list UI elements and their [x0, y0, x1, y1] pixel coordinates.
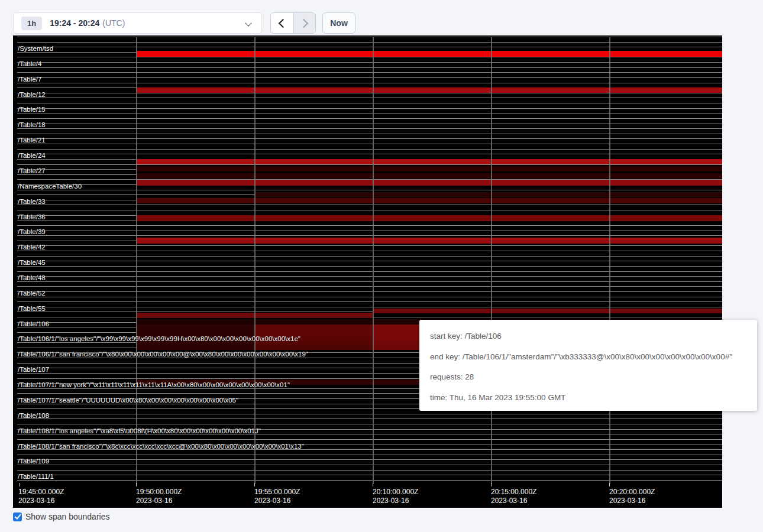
grid-line-vertical [373, 37, 374, 484]
span-key-label: /Table/107/1/"new york"/"\x11\x11\x11\x1… [18, 381, 290, 388]
span-key-label: /Table/45 [18, 259, 46, 266]
cell-tooltip: start key: /Table/106end key: /Table/106… [419, 320, 757, 411]
span-key-label: /Table/106/1/"los angeles"/"\x99\x99\x99… [18, 335, 300, 342]
span-key-label: /Table/109 [18, 458, 49, 465]
time-nav-group [270, 12, 316, 34]
checkmark-icon [14, 512, 21, 520]
span-key-label: /Table/15 [18, 106, 46, 113]
now-button[interactable]: Now [322, 12, 355, 34]
span-key-label: /Table/107 [18, 366, 49, 373]
span-key-label: /Table/21 [18, 137, 46, 144]
heat-band [254, 345, 373, 351]
heat-band [136, 159, 722, 165]
time-axis-label: 19:50:00.000Z2023-03-16 [136, 488, 182, 505]
axis-tick [19, 483, 20, 486]
span-boundaries-checkbox[interactable] [13, 512, 22, 521]
span-key-label: /Table/33 [18, 198, 46, 205]
span-key-label: /Table/107/1/"seattle"/"UUUUUUD\x00\x80\… [18, 397, 238, 404]
span-key-label: /Table/42 [18, 244, 46, 251]
show-span-boundaries-row[interactable]: Show span boundaries [13, 512, 109, 521]
span-key-label: /Table/106/1/"san francisco"/"\x80\x00\x… [18, 351, 308, 358]
heat-band [254, 325, 373, 330]
span-boundary-lines [17, 37, 722, 485]
checkbox-label: Show span boundaries [25, 512, 109, 521]
time-axis-label: 19:55:00.000Z2023-03-16 [254, 488, 300, 505]
span-key-label: /Table/24 [18, 152, 46, 159]
heat-band [136, 345, 254, 351]
time-axis-label: 20:15:00.000Z2023-03-16 [491, 488, 536, 505]
chevron-right-icon [299, 18, 308, 28]
heat-band [136, 51, 722, 57]
heat-band [136, 325, 254, 330]
grid-line-vertical [491, 37, 492, 484]
range-duration-badge: 1h [21, 17, 42, 30]
span-key-label: /Table/106 [18, 320, 49, 327]
heat-band [136, 180, 722, 186]
tooltip-line: requests: 28 [430, 367, 746, 388]
heat-band [254, 330, 373, 335]
span-key-label: /Table/48 [18, 274, 46, 281]
span-key-label: /Table/108 [18, 412, 49, 419]
time-axis-label: 19:45:00.000Z2023-03-16 [18, 488, 64, 505]
tooltip-line: start key: /Table/106 [430, 326, 746, 347]
span-key-label: /Table/108/1/"los angeles"/"\xa8\xf5\u00… [18, 427, 261, 434]
span-key-label: /Table/12 [18, 91, 46, 98]
heat-band [254, 192, 722, 197]
grid-line-vertical [136, 37, 137, 484]
grid-line-vertical [609, 37, 610, 484]
axis-tick [609, 483, 610, 486]
heat-band [136, 166, 722, 171]
span-key-label: /System/tsd [18, 45, 53, 52]
span-key-label: /NamespaceTable/30 [18, 183, 82, 190]
heat-band [136, 238, 722, 244]
keyvis-canvas[interactable]: /System/tsd/Table/4/Table/7/Table/12/Tab… [13, 35, 722, 508]
axis-tick [136, 483, 137, 486]
tooltip-line: end key: /Table/106/1/"amsterdam"/"\xb33… [430, 347, 746, 368]
span-key-label: /Table/18 [18, 121, 46, 128]
heat-band [136, 87, 722, 93]
span-key-label: /Table/27 [18, 167, 46, 174]
axis-tick [373, 483, 373, 486]
heat-band [373, 309, 722, 313]
tooltip-line: time: Thu, 16 Mar 2023 19:55:00 GMT [430, 388, 746, 408]
span-key-label: /Table/39 [18, 228, 46, 235]
span-key-label: /Table/36 [18, 213, 46, 220]
heat-band [136, 173, 722, 179]
span-key-label: /Table/55 [18, 305, 46, 312]
grid-line-vertical [254, 37, 256, 484]
span-key-label: /Table/108/1/"san francisco"/"\x8c\xcc\x… [18, 443, 304, 450]
prev-time-button[interactable] [271, 13, 293, 33]
span-key-label: /Table/111/1 [18, 473, 54, 480]
heat-band [136, 330, 254, 335]
heat-band [136, 215, 722, 221]
time-axis-label: 20:20:00.000Z2023-03-16 [609, 488, 655, 505]
span-key-label: /Table/7 [18, 76, 41, 83]
axis-tick [491, 483, 492, 486]
axis-tick [254, 483, 255, 486]
heat-band [136, 198, 722, 204]
range-text: 19:24 - 20:24 [50, 18, 99, 28]
chevron-left-icon [278, 18, 287, 28]
next-time-button[interactable] [293, 13, 316, 33]
span-key-label: /Table/4 [18, 60, 41, 67]
chevron-down-icon [245, 20, 251, 26]
key-visualizer-page: 1h 19:24 - 20:24 (UTC) Now /System/tsd/T… [0, 0, 763, 532]
span-key-label: /Table/52 [18, 290, 46, 297]
time-range-selector[interactable]: 1h 19:24 - 20:24 (UTC) [13, 12, 262, 34]
time-axis-label: 20:10:00.000Z2023-03-16 [373, 488, 418, 505]
range-timezone: (UTC) [102, 18, 125, 28]
